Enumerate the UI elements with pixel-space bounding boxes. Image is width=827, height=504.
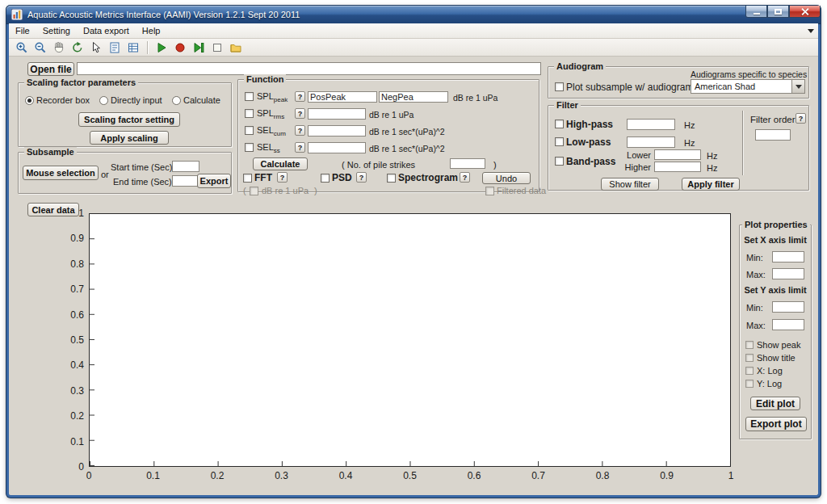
fft-checkbox[interactable] — [243, 174, 252, 183]
plot-properties-title: Plot properties — [742, 220, 810, 229]
species-dropdown[interactable]: American Shad — [691, 79, 805, 94]
menu-data-export[interactable]: Data export — [77, 24, 136, 37]
edit-plot-button[interactable]: Edit plot — [750, 397, 800, 410]
band-pass-label: Band-pass — [566, 156, 615, 167]
show-peak-checkbox[interactable] — [745, 341, 754, 349]
psd-help-button[interactable]: ? — [356, 172, 367, 183]
sel-ss-field[interactable] — [308, 142, 366, 153]
start-time-field[interactable] — [172, 161, 199, 172]
x-log-checkbox[interactable] — [745, 367, 754, 375]
mouse-selection-button[interactable]: Mouse selection — [23, 166, 99, 180]
x-log-label: X: Log — [757, 366, 783, 376]
open-file-button[interactable]: Open file — [27, 62, 74, 76]
filtered-data-checkbox[interactable] — [485, 187, 494, 195]
scaling-factor-setting-button[interactable]: Scaling factor setting — [78, 112, 180, 127]
subsample-group-title: Subsample — [24, 147, 77, 157]
neg-peak-field[interactable] — [379, 91, 448, 103]
run-icon[interactable] — [153, 40, 170, 55]
minimize-button[interactable] — [745, 6, 767, 18]
x-axis-tick-labels: 0 0.1 0.2 0.3 0.4 0.5 0.6 0.7 0.8 0.9 1 — [89, 470, 731, 481]
menu-setting[interactable]: Setting — [36, 24, 77, 37]
spl-rms-checkbox[interactable] — [245, 109, 254, 118]
end-time-field[interactable] — [172, 175, 199, 187]
db-re-checkbox[interactable] — [250, 187, 258, 195]
y-tick-label: 0.5 — [70, 334, 84, 346]
pos-peak-field[interactable] — [308, 91, 377, 103]
calculate-radio[interactable] — [172, 96, 181, 105]
export-plot-button[interactable]: Export plot — [745, 417, 807, 431]
y-log-label: Y: Log — [757, 379, 782, 388]
close-button[interactable] — [789, 6, 821, 18]
sel-cum-field[interactable] — [308, 125, 366, 136]
show-title-checkbox[interactable] — [745, 354, 754, 362]
sel-cum-help-button[interactable]: ? — [295, 125, 305, 136]
plot-area[interactable] — [89, 213, 731, 467]
spl-rms-help-button[interactable]: ? — [295, 108, 305, 119]
filter-order-help-button[interactable]: ? — [796, 113, 806, 124]
rotate-3d-icon[interactable] — [69, 40, 86, 55]
undo-button[interactable]: Undo — [482, 172, 531, 184]
subsample-export-button[interactable]: Export — [197, 174, 231, 188]
function-group: Function SPLpeak ? dB re 1 uPa SPLrms ? … — [237, 79, 539, 192]
zoom-out-icon[interactable] — [32, 40, 48, 55]
stop-icon[interactable] — [209, 40, 225, 55]
directly-input-label: Directly input — [111, 95, 162, 105]
x-max-field[interactable] — [772, 268, 804, 279]
edit-plot-icon[interactable] — [107, 40, 123, 55]
show-filter-button[interactable]: Show filter — [601, 178, 659, 191]
band-pass-higher-field[interactable] — [654, 162, 701, 172]
calculate-button[interactable]: Calculate — [253, 158, 308, 170]
x-min-field[interactable] — [772, 251, 804, 262]
directly-input-radio[interactable] — [99, 96, 108, 105]
data-cursor-icon[interactable] — [88, 40, 104, 55]
fft-label: FFT — [254, 172, 272, 183]
band-pass-lower-field[interactable] — [654, 149, 701, 160]
app-icon — [11, 9, 23, 20]
open-folder-icon[interactable] — [228, 40, 244, 55]
filter-order-field[interactable] — [755, 129, 791, 141]
spl-peak-help-button[interactable]: ? — [295, 91, 305, 102]
psd-checkbox[interactable] — [321, 174, 330, 183]
file-path-field[interactable] — [77, 62, 541, 75]
insert-legend-icon[interactable] — [125, 40, 141, 55]
menu-file[interactable]: File — [9, 24, 36, 37]
spl-rms-field[interactable] — [308, 108, 366, 120]
menu-help[interactable]: Help — [136, 24, 167, 37]
spectrogram-checkbox[interactable] — [387, 174, 396, 183]
zoom-in-icon[interactable] — [14, 40, 30, 55]
high-pass-field[interactable] — [627, 119, 675, 130]
high-pass-checkbox[interactable] — [555, 120, 564, 128]
spl-peak-checkbox[interactable] — [245, 92, 254, 101]
plot-subsample-audiogram-checkbox[interactable] — [555, 82, 564, 91]
y-min-field[interactable] — [772, 301, 804, 313]
low-pass-field[interactable] — [627, 136, 675, 148]
apply-scaling-button[interactable]: Apply scaling — [90, 131, 169, 145]
pan-hand-icon[interactable] — [51, 40, 67, 55]
spectrogram-help-button[interactable]: ? — [460, 172, 470, 183]
apply-filter-button[interactable]: Apply filter — [682, 178, 740, 191]
menubar-overflow-icon[interactable] — [808, 29, 814, 33]
maximize-button[interactable] — [767, 6, 789, 18]
step-forward-icon[interactable] — [191, 40, 207, 55]
db-paren-close: ) — [314, 186, 317, 195]
audiogram-group-title: Audiogram — [554, 61, 606, 71]
sel-cum-checkbox[interactable] — [245, 126, 254, 135]
species-dropdown-arrow-button[interactable] — [791, 80, 804, 93]
sel-ss-checkbox[interactable] — [245, 143, 254, 152]
y-axis-tick-labels: 1 0.9 0.8 0.7 0.6 0.5 0.4 0.3 0.2 0.1 0 — [47, 213, 84, 467]
y-max-field[interactable] — [772, 319, 804, 330]
recorder-box-radio[interactable] — [25, 96, 34, 105]
pile-strikes-field[interactable] — [450, 158, 485, 169]
species-caption: Audiograms specific to species — [691, 69, 807, 79]
low-pass-checkbox[interactable] — [555, 137, 564, 146]
x-tick-label: 0.6 — [468, 470, 481, 481]
sel-ss-help-button[interactable]: ? — [295, 142, 305, 153]
x-tick-label: 0.1 — [146, 470, 160, 481]
x-tick-label: 0 — [86, 470, 92, 481]
record-icon[interactable] — [172, 40, 188, 55]
x-min-label: Min: — [746, 253, 763, 262]
band-pass-checkbox[interactable] — [555, 157, 564, 166]
y-tick-label: 0.1 — [70, 436, 84, 447]
y-log-checkbox[interactable] — [745, 380, 754, 388]
fft-help-button[interactable]: ? — [277, 172, 288, 183]
